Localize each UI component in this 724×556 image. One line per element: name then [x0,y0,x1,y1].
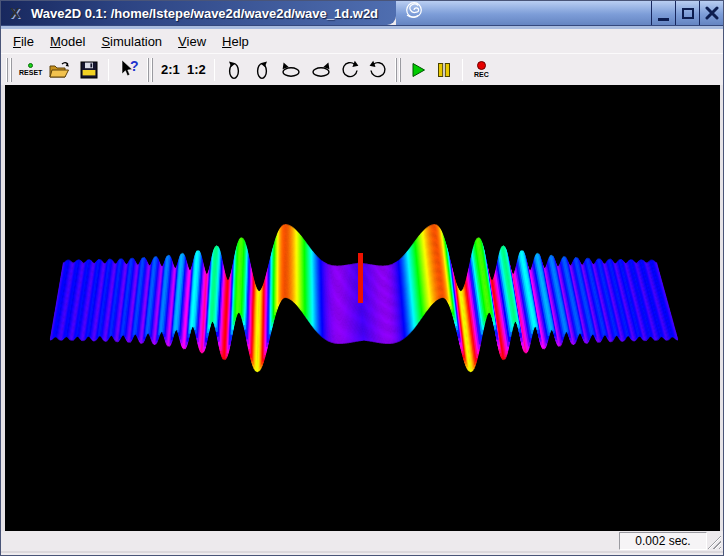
spin-cw-button[interactable] [364,56,392,84]
toolbar-separator [462,59,463,81]
rotate-ccw-icon [339,59,361,81]
open-folder-icon [48,59,72,81]
rotate-vertical-left-icon [223,59,245,81]
record-dot-icon [477,61,486,70]
toolbar-separator [214,59,215,81]
wave-viewport [5,85,720,531]
record-button[interactable]: REC [468,56,494,84]
pause-icon [434,60,454,80]
floppy-disk-icon [78,59,100,81]
reset-dot-icon [28,63,33,68]
resize-grip[interactable] [707,535,721,549]
rotate-vertical-right-icon [251,59,273,81]
menu-simulation[interactable]: Simulation [93,31,170,52]
open-button[interactable] [45,56,75,84]
maximize-button[interactable] [675,1,699,25]
close-button[interactable] [699,1,723,25]
app-window: X Wave2D 0.1: /home/lstepe/wave2d/wave2d… [0,0,724,556]
menu-model[interactable]: Model [42,31,93,52]
window-controls [651,1,723,25]
statusbar: 0.002 sec. [1,531,723,553]
svg-text:?: ? [130,58,139,74]
window-title: Wave2D 0.1: /home/lstepe/wave2d/wave2d/w… [31,6,378,21]
titlebar[interactable]: X Wave2D 0.1: /home/lstepe/wave2d/wave2d… [1,1,723,25]
toolbar-handle[interactable] [147,58,154,82]
scale-2-1-button[interactable]: 2:1 [157,56,183,84]
close-icon [705,6,719,20]
menu-help[interactable]: Help [214,31,257,52]
app-icon[interactable]: X [5,3,25,23]
whats-this-button[interactable]: ? [114,56,144,84]
menu-view[interactable]: View [170,31,214,52]
save-button[interactable] [75,56,103,84]
rotate-up-button[interactable] [220,56,248,84]
play-icon [408,60,428,80]
minimize-icon [658,18,669,21]
scale-1-2-button[interactable]: 1:2 [183,56,209,84]
wave-canvas[interactable] [5,85,720,531]
pause-button[interactable] [431,56,457,84]
toolbar-handle[interactable] [6,58,13,82]
rotate-cw-icon [367,59,389,81]
titlebar-middle [396,1,651,25]
maximize-icon [682,8,694,19]
rotate-right-button[interactable] [306,56,336,84]
rotate-left-button[interactable] [276,56,306,84]
spin-ccw-button[interactable] [336,56,364,84]
toolbar-separator [108,59,109,81]
minimize-button[interactable] [651,1,675,25]
whats-this-cursor-icon: ? [117,58,141,82]
toolbar: RESET ? [1,53,723,85]
rotate-down-button[interactable] [248,56,276,84]
sim-time-panel: 0.002 sec. [619,532,707,550]
reset-button[interactable]: RESET [16,56,45,84]
rotate-horizontal-left-icon [279,59,303,81]
toolbar-handle[interactable] [395,58,402,82]
screen-area [1,85,723,531]
menubar: File Model Simulation View Help [1,29,723,53]
rotate-horizontal-right-icon [309,59,333,81]
menu-file[interactable]: File [5,31,42,52]
play-button[interactable] [405,56,431,84]
titlebar-left: X Wave2D 0.1: /home/lstepe/wave2d/wave2d… [1,1,396,25]
swirl-icon [404,1,424,25]
